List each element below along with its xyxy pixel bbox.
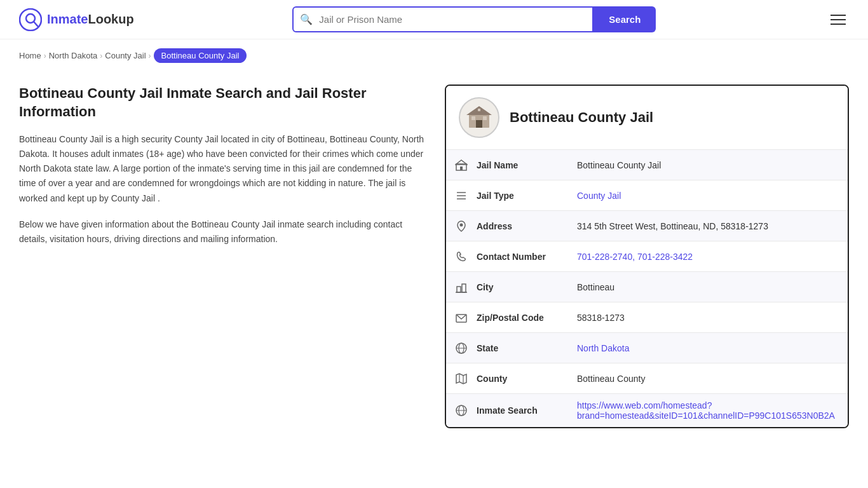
info-table: Jail Name Bottineau County Jail Jail Typ… — [446, 150, 848, 427]
hamburger-line1 — [831, 15, 846, 16]
svg-line-2 — [34, 22, 38, 27]
svg-point-15 — [460, 223, 463, 226]
info-row-icon — [446, 159, 477, 172]
info-card: Bottineau County Jail Jail Name Bottinea… — [445, 85, 849, 428]
card-title: Bottineau County Jail — [510, 109, 653, 126]
info-row-label: Jail Type — [477, 184, 572, 207]
card-header: Bottineau County Jail — [446, 86, 848, 150]
table-row: Address 314 5th Street West, Bottineau, … — [446, 211, 848, 241]
page-title: Bottineau County Jail Inmate Search and … — [19, 85, 426, 121]
info-value-text: Bottineau County Jail — [577, 160, 661, 170]
table-row: Jail Type County Jail — [446, 180, 848, 211]
info-row-label: County — [477, 367, 572, 390]
search-button[interactable]: Search — [593, 6, 656, 32]
breadcrumb-sep1: › — [44, 51, 46, 60]
main-content: Bottineau County Jail Inmate Search and … — [0, 72, 868, 441]
right-column: Bottineau County Jail Jail Name Bottinea… — [445, 85, 849, 428]
logo-icon — [19, 8, 42, 31]
breadcrumb-sep3: › — [149, 51, 151, 60]
page-description2: Below we have given information about th… — [19, 217, 426, 247]
info-row-icon — [446, 404, 477, 417]
info-row-value: Bottineau County — [572, 367, 848, 390]
svg-rect-8 — [478, 109, 480, 111]
info-value-link[interactable]: https://www.web.com/homestead?brand=home… — [577, 400, 835, 421]
info-row-icon — [446, 372, 477, 385]
info-row-value: Bottineau — [572, 276, 848, 299]
info-row-value: 58318-1273 — [572, 306, 848, 329]
info-row-label: State — [477, 337, 572, 360]
breadcrumb-current: Bottineau County Jail — [154, 48, 247, 63]
info-row-value[interactable]: County Jail — [572, 184, 848, 207]
hamburger-menu[interactable] — [827, 11, 849, 28]
table-row: State North Dakota — [446, 333, 848, 363]
header: InmateLookup 🔍 Search — [0, 0, 868, 39]
info-row-icon — [446, 250, 477, 263]
info-row-label: Address — [477, 215, 572, 238]
svg-marker-23 — [456, 374, 466, 384]
info-row-label: Zip/Postal Code — [477, 306, 572, 329]
info-value-text: 314 5th Street West, Bottineau, ND, 5831… — [577, 221, 768, 231]
svg-rect-5 — [476, 120, 482, 128]
table-row: City Bottineau — [446, 272, 848, 302]
info-row-value: 314 5th Street West, Bottineau, ND, 5831… — [572, 215, 848, 238]
table-row: Contact Number 701-228-2740, 701-228-342… — [446, 241, 848, 272]
info-value-text: Bottineau — [577, 282, 614, 292]
info-row-value[interactable]: https://www.web.com/homestead?brand=home… — [572, 394, 848, 427]
info-row-icon — [446, 311, 477, 324]
search-area: 🔍 Search — [292, 6, 656, 32]
breadcrumb-home[interactable]: Home — [19, 51, 41, 60]
info-row-label: Contact Number — [477, 245, 572, 268]
info-value-link[interactable]: 701-228-2740, 701-228-3422 — [577, 252, 693, 262]
info-value-link[interactable]: North Dakota — [577, 343, 629, 353]
logo[interactable]: InmateLookup — [19, 8, 134, 31]
search-wrapper: 🔍 — [292, 6, 593, 32]
svg-rect-17 — [462, 284, 466, 292]
table-row: County Bottineau County — [446, 363, 848, 394]
hamburger-line2 — [831, 19, 846, 20]
info-row-value[interactable]: 701-228-2740, 701-228-3422 — [572, 245, 848, 268]
svg-rect-6 — [471, 116, 475, 120]
page-description1: Bottineau County Jail is a high security… — [19, 132, 426, 205]
svg-rect-7 — [483, 116, 487, 120]
info-row-value[interactable]: North Dakota — [572, 337, 848, 360]
info-row-label: City — [477, 276, 572, 299]
logo-text: InmateLookup — [47, 12, 134, 27]
info-row-label: Jail Name — [477, 154, 572, 177]
svg-rect-11 — [460, 166, 463, 170]
info-row-icon — [446, 281, 477, 294]
info-value-text: 58318-1273 — [577, 313, 625, 323]
search-input[interactable] — [319, 8, 592, 31]
info-value-link[interactable]: County Jail — [577, 191, 621, 201]
table-row: Zip/Postal Code 58318-1273 — [446, 302, 848, 333]
info-row-value: Bottineau County Jail — [572, 154, 848, 177]
breadcrumb: Home › North Dakota › County Jail › Bott… — [0, 39, 868, 72]
jail-avatar — [459, 97, 499, 138]
info-row-icon — [446, 189, 477, 202]
info-value-text: Bottineau County — [577, 374, 645, 384]
info-row-icon — [446, 220, 477, 233]
jail-building-icon — [464, 102, 494, 133]
breadcrumb-sep2: › — [100, 51, 102, 60]
table-row: Jail Name Bottineau County Jail — [446, 150, 848, 180]
table-row: Inmate Search https://www.web.com/homest… — [446, 394, 848, 427]
search-icon: 🔍 — [294, 13, 319, 25]
info-row-label: Inmate Search — [477, 399, 572, 422]
hamburger-line3 — [831, 24, 846, 25]
svg-rect-16 — [457, 287, 461, 292]
breadcrumb-type[interactable]: County Jail — [105, 51, 146, 60]
info-row-icon — [446, 342, 477, 355]
breadcrumb-state[interactable]: North Dakota — [49, 51, 98, 60]
left-column: Bottineau County Jail Inmate Search and … — [19, 85, 426, 428]
